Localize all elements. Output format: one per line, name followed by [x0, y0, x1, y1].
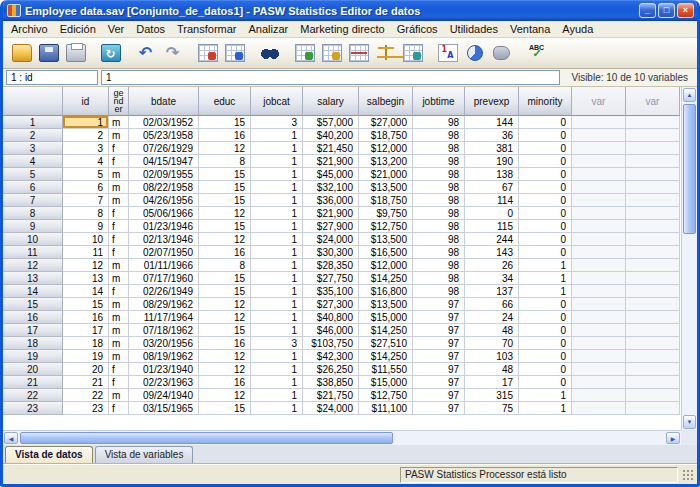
- cell[interactable]: [626, 259, 680, 272]
- cell[interactable]: 15: [199, 402, 251, 415]
- save-icon[interactable]: [35, 40, 62, 66]
- cell[interactable]: 1: [519, 285, 572, 298]
- cell[interactable]: m: [109, 168, 129, 181]
- cell[interactable]: [626, 246, 680, 259]
- cell[interactable]: [626, 155, 680, 168]
- cell[interactable]: 01/11/1966: [129, 259, 199, 272]
- menu-ventana[interactable]: Ventana: [504, 21, 556, 38]
- cell[interactable]: 08/22/1958: [129, 181, 199, 194]
- cell[interactable]: 97: [413, 324, 465, 337]
- cell[interactable]: 05/06/1966: [129, 207, 199, 220]
- cell[interactable]: 0: [519, 116, 572, 129]
- cell[interactable]: $28,350: [303, 259, 359, 272]
- row-number[interactable]: 4: [3, 155, 63, 168]
- menu-utilidades[interactable]: Utilidades: [444, 21, 504, 38]
- cell[interactable]: 18: [63, 337, 109, 350]
- cell[interactable]: 48: [465, 363, 519, 376]
- undo-icon[interactable]: ↶: [132, 40, 159, 66]
- cell[interactable]: [572, 155, 626, 168]
- cell[interactable]: 98: [413, 129, 465, 142]
- cell[interactable]: [626, 285, 680, 298]
- row-number[interactable]: 6: [3, 181, 63, 194]
- row-number[interactable]: 23: [3, 402, 63, 415]
- column-header-salary[interactable]: salary: [303, 87, 359, 116]
- cell[interactable]: [626, 376, 680, 389]
- cell[interactable]: 16: [199, 376, 251, 389]
- cell[interactable]: $16,800: [359, 285, 413, 298]
- cell[interactable]: $38,850: [303, 376, 359, 389]
- cell[interactable]: $103,750: [303, 337, 359, 350]
- row-number[interactable]: 20: [3, 363, 63, 376]
- resize-grip[interactable]: [681, 468, 694, 481]
- cell[interactable]: [572, 142, 626, 155]
- row-number[interactable]: 15: [3, 298, 63, 311]
- cell[interactable]: 13: [63, 272, 109, 285]
- menu-archivo[interactable]: Archivo: [5, 21, 54, 38]
- split-file-icon[interactable]: [345, 40, 372, 66]
- menu-datos[interactable]: Datos: [130, 21, 171, 38]
- cell[interactable]: m: [109, 298, 129, 311]
- row-number[interactable]: 9: [3, 220, 63, 233]
- cell[interactable]: 02/09/1955: [129, 168, 199, 181]
- cell[interactable]: 1: [251, 376, 303, 389]
- cell[interactable]: [572, 116, 626, 129]
- cell[interactable]: m: [109, 259, 129, 272]
- cell[interactable]: 02/07/1950: [129, 246, 199, 259]
- cell[interactable]: m: [109, 272, 129, 285]
- cell[interactable]: 0: [519, 324, 572, 337]
- column-header-bdate[interactable]: bdate: [129, 87, 199, 116]
- cell[interactable]: [572, 350, 626, 363]
- cell[interactable]: 1: [251, 207, 303, 220]
- cell[interactable]: 15: [199, 181, 251, 194]
- cell[interactable]: f: [109, 402, 129, 415]
- insert-variable-icon[interactable]: [318, 40, 345, 66]
- cell[interactable]: [572, 311, 626, 324]
- cell[interactable]: [572, 402, 626, 415]
- cell[interactable]: 0: [519, 155, 572, 168]
- select-cases-icon[interactable]: [399, 40, 426, 66]
- cell[interactable]: $40,200: [303, 129, 359, 142]
- cell[interactable]: $16,500: [359, 246, 413, 259]
- cell[interactable]: 15: [199, 272, 251, 285]
- cell[interactable]: 1: [251, 402, 303, 415]
- cell[interactable]: [626, 363, 680, 376]
- cell[interactable]: 07/18/1962: [129, 324, 199, 337]
- active-cell-indicator[interactable]: 1 : id: [6, 70, 98, 85]
- cell[interactable]: 12: [199, 298, 251, 311]
- cell[interactable]: 17: [465, 376, 519, 389]
- cell[interactable]: 1: [251, 168, 303, 181]
- cell[interactable]: 66: [465, 298, 519, 311]
- cell[interactable]: 138: [465, 168, 519, 181]
- cell[interactable]: [572, 220, 626, 233]
- row-number[interactable]: 10: [3, 233, 63, 246]
- vertical-scroll-thumb[interactable]: [683, 104, 696, 234]
- cell[interactable]: m: [109, 181, 129, 194]
- cell[interactable]: 103: [465, 350, 519, 363]
- cell[interactable]: 26: [465, 259, 519, 272]
- goto-case-icon[interactable]: [194, 40, 221, 66]
- cell[interactable]: $12,000: [359, 142, 413, 155]
- minimize-button[interactable]: _: [639, 3, 656, 18]
- cell[interactable]: 1: [251, 324, 303, 337]
- cell[interactable]: [572, 207, 626, 220]
- cell[interactable]: 5: [63, 168, 109, 181]
- cell[interactable]: 98: [413, 233, 465, 246]
- cell[interactable]: 01/23/1946: [129, 220, 199, 233]
- cell[interactable]: [572, 389, 626, 402]
- cell[interactable]: 17: [63, 324, 109, 337]
- cell[interactable]: 10: [63, 233, 109, 246]
- cell[interactable]: 1: [251, 259, 303, 272]
- cell[interactable]: 0: [519, 142, 572, 155]
- cell[interactable]: [626, 168, 680, 181]
- column-header-jobtime[interactable]: jobtime: [413, 87, 465, 116]
- row-number[interactable]: 17: [3, 324, 63, 337]
- cell[interactable]: 1: [251, 272, 303, 285]
- cell[interactable]: 1: [519, 272, 572, 285]
- cell[interactable]: [572, 246, 626, 259]
- cell[interactable]: 11: [63, 246, 109, 259]
- cell[interactable]: 137: [465, 285, 519, 298]
- cell[interactable]: $24,000: [303, 233, 359, 246]
- cell[interactable]: $21,000: [359, 168, 413, 181]
- cell[interactable]: $14,250: [359, 350, 413, 363]
- cell[interactable]: [572, 363, 626, 376]
